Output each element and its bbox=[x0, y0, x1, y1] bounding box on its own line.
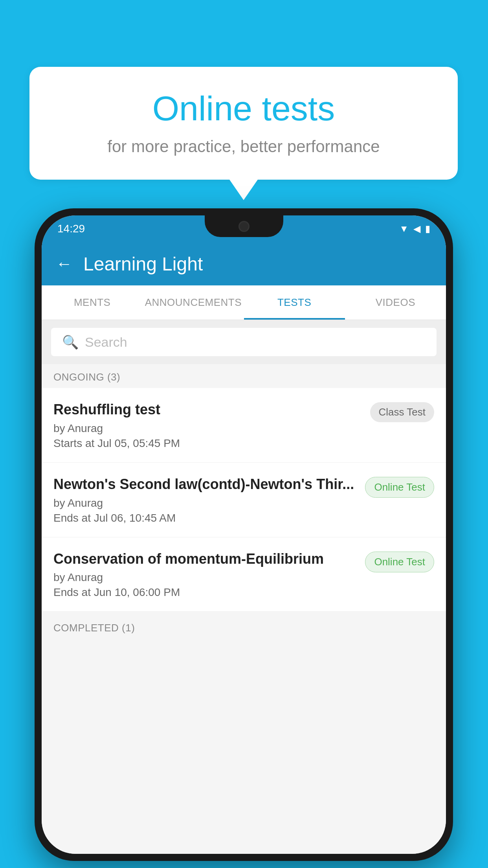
signal-icon: ◀ bbox=[413, 223, 420, 234]
camera-notch bbox=[238, 221, 250, 232]
test-item[interactable]: Newton's Second law(contd)-Newton's Thir… bbox=[42, 463, 446, 537]
test-info: Reshuffling test by Anurag Starts at Jul… bbox=[53, 401, 370, 450]
status-icons: ▼ ◀ ▮ bbox=[399, 223, 430, 234]
test-author: by Anurag bbox=[53, 571, 357, 584]
wifi-icon: ▼ bbox=[399, 223, 409, 234]
test-name: Reshuffling test bbox=[53, 401, 362, 419]
search-container: 🔍 Search bbox=[42, 320, 446, 364]
test-name: Newton's Second law(contd)-Newton's Thir… bbox=[53, 475, 357, 494]
app-header: ← Learning Light bbox=[42, 242, 446, 285]
tab-videos[interactable]: VIDEOS bbox=[345, 285, 446, 320]
phone-mockup: 14:29 ▼ ◀ ▮ ← Learning Light MENTS ANNOU… bbox=[35, 208, 453, 861]
search-box[interactable]: 🔍 Search bbox=[51, 328, 437, 356]
search-icon: 🔍 bbox=[62, 334, 79, 350]
status-bar: 14:29 ▼ ◀ ▮ bbox=[42, 215, 446, 242]
tab-announcements[interactable]: ANNOUNCEMENTS bbox=[143, 285, 244, 320]
test-time: Starts at Jul 05, 05:45 PM bbox=[53, 437, 362, 450]
test-author: by Anurag bbox=[53, 422, 362, 435]
status-time: 14:29 bbox=[57, 223, 85, 235]
phone-screen: 14:29 ▼ ◀ ▮ ← Learning Light MENTS ANNOU… bbox=[42, 215, 446, 854]
back-button[interactable]: ← bbox=[56, 254, 72, 273]
test-time: Ends at Jul 06, 10:45 AM bbox=[53, 512, 357, 524]
test-badge: Class Test bbox=[370, 402, 434, 422]
tabs-bar: MENTS ANNOUNCEMENTS TESTS VIDEOS bbox=[42, 285, 446, 320]
test-item[interactable]: Conservation of momentum-Equilibrium by … bbox=[42, 537, 446, 612]
test-name: Conservation of momentum-Equilibrium bbox=[53, 550, 357, 568]
test-info: Newton's Second law(contd)-Newton's Thir… bbox=[53, 475, 365, 524]
promo-card: Online tests for more practice, better p… bbox=[29, 67, 458, 180]
test-badge: Online Test bbox=[365, 552, 434, 572]
search-input[interactable]: Search bbox=[85, 335, 127, 350]
completed-section-header: COMPLETED (1) bbox=[42, 615, 446, 639]
test-item[interactable]: Reshuffling test by Anurag Starts at Jul… bbox=[42, 388, 446, 463]
notch bbox=[205, 215, 283, 237]
content-area: ONGOING (3) Reshuffling test by Anurag S… bbox=[42, 364, 446, 854]
test-badge: Online Test bbox=[365, 477, 434, 498]
test-author: by Anurag bbox=[53, 497, 357, 509]
tab-ments[interactable]: MENTS bbox=[42, 285, 143, 320]
test-time: Ends at Jun 10, 06:00 PM bbox=[53, 586, 357, 599]
test-info: Conservation of momentum-Equilibrium by … bbox=[53, 550, 365, 599]
promo-title: Online tests bbox=[53, 88, 434, 129]
battery-icon: ▮ bbox=[425, 223, 430, 234]
test-list: Reshuffling test by Anurag Starts at Jul… bbox=[42, 388, 446, 612]
promo-subtitle: for more practice, better performance bbox=[53, 137, 434, 156]
app-title: Learning Light bbox=[83, 253, 203, 275]
tab-tests[interactable]: TESTS bbox=[244, 285, 345, 320]
ongoing-section-header: ONGOING (3) bbox=[42, 364, 446, 388]
